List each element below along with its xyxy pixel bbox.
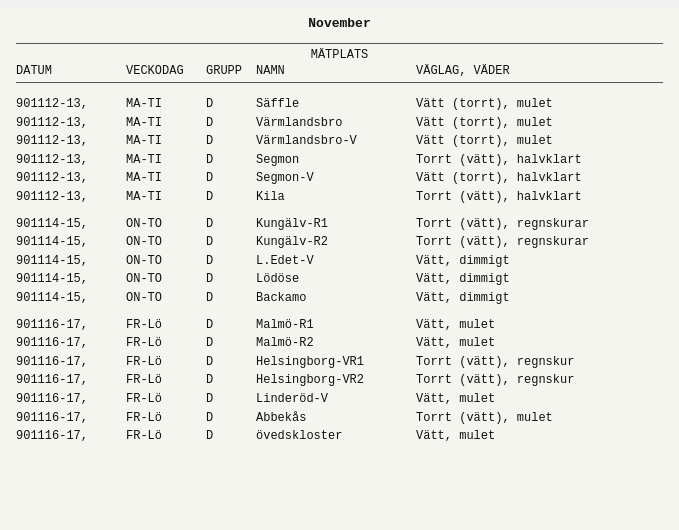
table-row: 901112-13,MA-TIDVärmlandsbroVätt (torrt)… (16, 114, 663, 133)
cell-namn: Säffle (256, 95, 416, 114)
table-row: 901114-15,ON-TODBackamoVätt, dimmigt (16, 289, 663, 308)
cell-namn: Malmö-R1 (256, 316, 416, 335)
cell-datum: 901112-13, (16, 95, 126, 114)
cell-veckodag: ON-TO (126, 270, 206, 289)
top-divider (16, 43, 663, 44)
cell-vaglag: Torrt (vätt), regnskur (416, 371, 636, 390)
cell-veckodag: FR-Lö (126, 371, 206, 390)
table-row: 901112-13,MA-TIDVärmlandsbro-VVätt (torr… (16, 132, 663, 151)
cell-veckodag: MA-TI (126, 114, 206, 133)
cell-vaglag: Vätt, dimmigt (416, 252, 636, 271)
cell-vaglag: Vätt (torrt), mulet (416, 132, 636, 151)
cell-veckodag: MA-TI (126, 132, 206, 151)
cell-grupp: D (206, 188, 256, 207)
cell-vaglag: Vätt, mulet (416, 316, 636, 335)
cell-grupp: D (206, 390, 256, 409)
col-header-datum: DATUM (16, 64, 126, 78)
cell-vaglag: Torrt (vätt), mulet (416, 409, 636, 428)
table-row: 901112-13,MA-TIDSegmon-VVätt (torrt), ha… (16, 169, 663, 188)
page-container: November MÄTPLATS DATUM VECKODAG GRUPP N… (0, 8, 679, 530)
cell-vaglag: Vätt, mulet (416, 390, 636, 409)
cell-grupp: D (206, 353, 256, 372)
cell-namn: Lödöse (256, 270, 416, 289)
cell-datum: 901114-15, (16, 252, 126, 271)
cell-namn: Segmon (256, 151, 416, 170)
cell-datum: 901116-17, (16, 390, 126, 409)
section-header-label: MÄTPLATS (16, 48, 663, 62)
cell-datum: 901116-17, (16, 371, 126, 390)
cell-grupp: D (206, 95, 256, 114)
cell-datum: 901116-17, (16, 427, 126, 446)
cell-veckodag: FR-Lö (126, 353, 206, 372)
cell-vaglag: Vätt (torrt), mulet (416, 95, 636, 114)
cell-namn: Kungälv-R2 (256, 233, 416, 252)
cell-namn: övedskloster (256, 427, 416, 446)
cell-grupp: D (206, 169, 256, 188)
cell-datum: 901112-13, (16, 114, 126, 133)
table-row: 901112-13,MA-TIDSäffleVätt (torrt), mule… (16, 95, 663, 114)
cell-veckodag: ON-TO (126, 289, 206, 308)
table-body: 901112-13,MA-TIDSäffleVätt (torrt), mule… (16, 87, 663, 446)
table-row: 901114-15,ON-TODKungälv-R2Torrt (vätt), … (16, 233, 663, 252)
cell-grupp: D (206, 409, 256, 428)
cell-veckodag: FR-Lö (126, 409, 206, 428)
table-header: MÄTPLATS DATUM VECKODAG GRUPP NAMN VÄGLA… (16, 48, 663, 78)
cell-vaglag: Vätt (torrt), mulet (416, 114, 636, 133)
cell-namn: Helsingborg-VR2 (256, 371, 416, 390)
table-row: 901116-17,FR-LöDHelsingborg-VR2Torrt (vä… (16, 371, 663, 390)
cell-vaglag: Vätt, dimmigt (416, 289, 636, 308)
cell-grupp: D (206, 371, 256, 390)
cell-vaglag: Vätt (torrt), halvklart (416, 169, 636, 188)
cell-grupp: D (206, 316, 256, 335)
col-header-namn: NAMN (256, 64, 416, 78)
cell-datum: 901112-13, (16, 151, 126, 170)
cell-vaglag: Vätt, mulet (416, 427, 636, 446)
col-header-grupp: GRUPP (206, 64, 256, 78)
cell-grupp: D (206, 427, 256, 446)
cell-datum: 901114-15, (16, 215, 126, 234)
cell-vaglag: Torrt (vätt), regnskurar (416, 215, 636, 234)
table-row: 901116-17,FR-LöDLinderöd-VVätt, mulet (16, 390, 663, 409)
cell-vaglag: Torrt (vätt), regnskur (416, 353, 636, 372)
table-row: 901112-13,MA-TIDKilaTorrt (vätt), halvkl… (16, 188, 663, 207)
cell-grupp: D (206, 151, 256, 170)
cell-veckodag: ON-TO (126, 252, 206, 271)
cell-datum: 901112-13, (16, 132, 126, 151)
col-header-veckodag: VECKODAG (126, 64, 206, 78)
cell-vaglag: Torrt (vätt), halvklart (416, 188, 636, 207)
cell-datum: 901114-15, (16, 270, 126, 289)
col-header-vaglag: VÄGLAG, VÄDER (416, 64, 636, 78)
table-row: 901116-17,FR-LöDövedsklosterVätt, mulet (16, 427, 663, 446)
cell-namn: Värmlandsbro (256, 114, 416, 133)
cell-namn: Abbekås (256, 409, 416, 428)
cell-veckodag: FR-Lö (126, 334, 206, 353)
cell-datum: 901116-17, (16, 353, 126, 372)
cell-veckodag: FR-Lö (126, 427, 206, 446)
cell-veckodag: MA-TI (126, 95, 206, 114)
cell-namn: Helsingborg-VR1 (256, 353, 416, 372)
cell-veckodag: MA-TI (126, 188, 206, 207)
cell-veckodag: FR-Lö (126, 316, 206, 335)
cell-namn: Värmlandsbro-V (256, 132, 416, 151)
table-row: 901114-15,ON-TODLödöseVätt, dimmigt (16, 270, 663, 289)
table-row: 901112-13,MA-TIDSegmonTorrt (vätt), halv… (16, 151, 663, 170)
header-divider (16, 82, 663, 83)
column-headers: DATUM VECKODAG GRUPP NAMN VÄGLAG, VÄDER (16, 64, 663, 78)
cell-veckodag: MA-TI (126, 151, 206, 170)
table-row: 901116-17,FR-LöDAbbekåsTorrt (vätt), mul… (16, 409, 663, 428)
cell-veckodag: FR-Lö (126, 390, 206, 409)
table-row: 901114-15,ON-TODL.Edet-VVätt, dimmigt (16, 252, 663, 271)
group-spacer-0 (16, 87, 663, 95)
table-row: 901116-17,FR-LöDMalmö-R1Vätt, mulet (16, 316, 663, 335)
cell-vaglag: Torrt (vätt), halvklart (416, 151, 636, 170)
cell-datum: 901116-17, (16, 334, 126, 353)
cell-namn: Kila (256, 188, 416, 207)
cell-veckodag: ON-TO (126, 215, 206, 234)
cell-datum: 901112-13, (16, 188, 126, 207)
cell-namn: Segmon-V (256, 169, 416, 188)
cell-vaglag: Torrt (vätt), regnskurar (416, 233, 636, 252)
cell-datum: 901112-13, (16, 169, 126, 188)
cell-grupp: D (206, 132, 256, 151)
group-spacer-1 (16, 207, 663, 215)
page-title: November (16, 16, 663, 31)
